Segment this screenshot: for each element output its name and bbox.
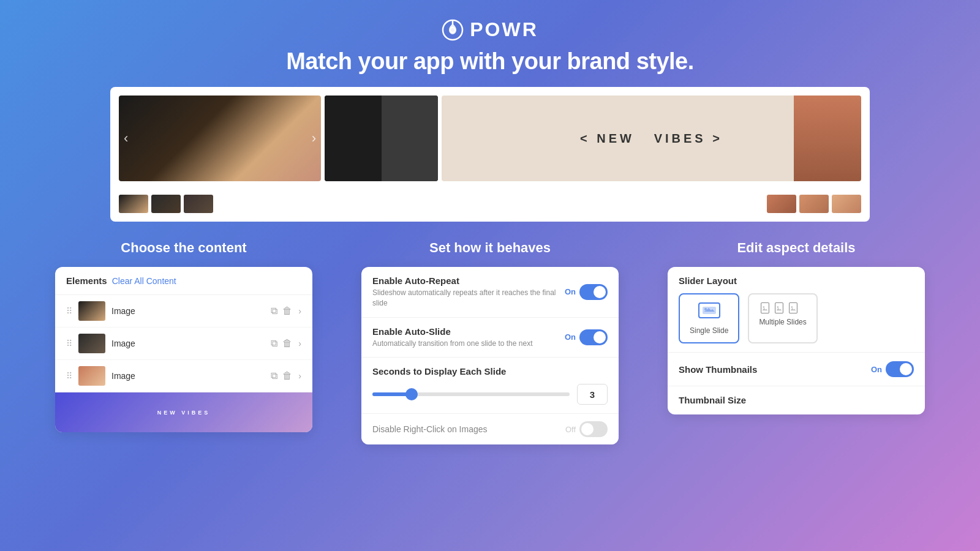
element-row-3: ⠿ Image ⧉ 🗑 ›: [55, 360, 312, 392]
layout-options: Single Slide: [679, 293, 914, 343]
auto-repeat-toggle-label: On: [565, 287, 576, 296]
disable-rightclick-knob: [581, 423, 594, 435]
elem-thumb-3: [78, 366, 105, 386]
elem-label-2: Image: [111, 339, 265, 348]
show-thumbnails-knob: [900, 363, 912, 375]
single-slide-icon: [690, 302, 728, 323]
layout-section: Slider Layout Single Slide: [668, 267, 925, 353]
powr-logo-icon: [442, 19, 464, 41]
preview-slide-3: < NEW VIBES >: [442, 96, 861, 181]
element-row-2: ⠿ Image ⧉ 🗑 ›: [55, 328, 312, 360]
column-aspect-title: Edit aspect details: [737, 240, 855, 256]
element-row-1: ⠿ Image ⧉ 🗑 ›: [55, 295, 312, 328]
multiple-slides-label: Multiple Slides: [759, 318, 806, 326]
chevron-icon-3[interactable]: ›: [298, 371, 301, 381]
delete-icon-2[interactable]: 🗑: [282, 338, 292, 349]
elem-actions-3: ⧉ 🗑: [271, 370, 292, 381]
thumbnail-size-row: Thumbnail Size: [668, 386, 925, 414]
auto-slide-title: Enable Auto-Slide: [372, 326, 557, 337]
auto-repeat-text: Enable Auto-Repeat Slideshow automatical…: [372, 276, 557, 309]
svg-point-7: [763, 306, 765, 308]
prev-arrow[interactable]: ‹: [124, 130, 128, 146]
logo-text: POWR: [470, 18, 538, 41]
show-thumbnails-toggle-container: On: [871, 361, 914, 377]
column-aspect: Edit aspect details Slider Layout: [649, 240, 943, 444]
next-arrow[interactable]: ›: [312, 130, 316, 146]
preview-slide-1: ‹ ›: [119, 96, 321, 181]
elem-thumb-1: [78, 301, 105, 321]
auto-repeat-row: Enable Auto-Repeat Slideshow automatical…: [361, 267, 619, 318]
chevron-icon-2[interactable]: ›: [298, 339, 301, 348]
disable-rightclick-row: Disable Right-Click on Images Off: [361, 414, 619, 444]
svg-point-9: [777, 306, 779, 308]
svg-rect-6: [761, 302, 769, 313]
drag-handle-2[interactable]: ⠿: [66, 339, 72, 348]
right-thumbnails: [767, 195, 861, 213]
copy-icon-2[interactable]: ⧉: [271, 338, 277, 349]
range-track[interactable]: [372, 392, 570, 396]
show-thumbnails-toggle[interactable]: [886, 361, 914, 377]
svg-point-11: [791, 306, 793, 308]
columns-section: Choose the content Elements Clear All Co…: [37, 240, 943, 444]
drag-handle-3[interactable]: ⠿: [66, 371, 72, 381]
elem-label-3: Image: [111, 371, 265, 381]
show-thumbnails-row: Show Thumbnails On: [668, 353, 925, 386]
svg-point-5: [704, 308, 707, 310]
elem-actions-2: ⧉ 🗑: [271, 338, 292, 349]
auto-slide-text: Enable Auto-Slide Automatically transiti…: [372, 326, 557, 349]
auto-repeat-toggle[interactable]: [579, 284, 608, 300]
behavior-panel: Enable Auto-Repeat Slideshow automatical…: [361, 267, 619, 444]
slide-duration-title: Seconds to Display Each Slide: [372, 366, 608, 377]
column-behavior-title: Set how it behaves: [429, 240, 551, 256]
auto-slide-desc: Automatically transition from one slide …: [372, 339, 557, 349]
copy-icon-3[interactable]: ⧉: [271, 370, 277, 381]
preview-slide-2: [325, 96, 438, 181]
disable-rightclick-label: Off: [565, 425, 576, 434]
header: POWR Match your app with your brand styl…: [0, 0, 980, 87]
multiple-slides-icon: [759, 302, 806, 314]
column-content: Choose the content Elements Clear All Co…: [37, 240, 331, 444]
layout-option-multiple[interactable]: Multiple Slides: [748, 293, 817, 343]
elements-label: Elements: [66, 276, 107, 286]
elem-actions-1: ⧉ 🗑: [271, 305, 292, 317]
range-thumb[interactable]: [405, 388, 418, 400]
slider-value-box[interactable]: 3: [577, 384, 608, 405]
delete-icon-1[interactable]: 🗑: [282, 305, 292, 317]
elem-thumb-2: [78, 334, 105, 353]
drag-handle-1[interactable]: ⠿: [66, 306, 72, 316]
auto-slide-toggle-label: On: [565, 332, 576, 342]
elements-panel: Elements Clear All Content ⠿ Image ⧉ 🗑 ›…: [55, 267, 312, 432]
vibes-text: < NEW VIBES >: [580, 132, 723, 146]
slider-controls: 3: [372, 384, 608, 405]
single-slide-label: Single Slide: [690, 326, 728, 335]
show-thumbnails-label: On: [871, 365, 882, 374]
elem-label-1: Image: [111, 306, 265, 316]
svg-rect-8: [775, 302, 783, 313]
show-thumbnails-title: Show Thumbnails: [679, 364, 871, 375]
clear-all-button[interactable]: Clear All Content: [112, 276, 176, 286]
column-behavior: Set how it behaves Enable Auto-Repeat Sl…: [343, 240, 637, 444]
thumbnail-size-title: Thumbnail Size: [679, 395, 746, 405]
disable-rightclick-title: Disable Right-Click on Images: [372, 424, 565, 434]
preview-area: ‹ › < NEW VIBES >: [110, 87, 870, 222]
svg-rect-10: [790, 302, 797, 313]
elements-panel-header: Elements Clear All Content: [55, 267, 312, 295]
copy-icon-1[interactable]: ⧉: [271, 305, 277, 317]
auto-repeat-title: Enable Auto-Repeat: [372, 276, 557, 286]
auto-slide-toggle[interactable]: [579, 329, 608, 345]
layout-option-single[interactable]: Single Slide: [679, 293, 739, 343]
auto-slide-knob: [594, 331, 606, 343]
chevron-icon-1[interactable]: ›: [298, 306, 301, 316]
disable-rightclick-toggle[interactable]: [579, 421, 608, 437]
preview-strip-text: NEW VIBES: [157, 410, 211, 416]
auto-repeat-toggle-container: On: [565, 284, 608, 300]
auto-slide-toggle-container: On: [565, 329, 608, 345]
panel-preview-bottom: NEW VIBES: [55, 392, 312, 432]
slide-duration-row: Seconds to Display Each Slide 3: [361, 358, 619, 414]
column-content-title: Choose the content: [121, 240, 246, 256]
delete-icon-3[interactable]: 🗑: [282, 370, 292, 381]
auto-repeat-desc: Slideshow automatically repeats after it…: [372, 288, 557, 309]
logo-area: POWR: [0, 18, 980, 41]
auto-repeat-knob: [594, 286, 606, 298]
aspect-panel: Slider Layout Single Slide: [668, 267, 925, 414]
